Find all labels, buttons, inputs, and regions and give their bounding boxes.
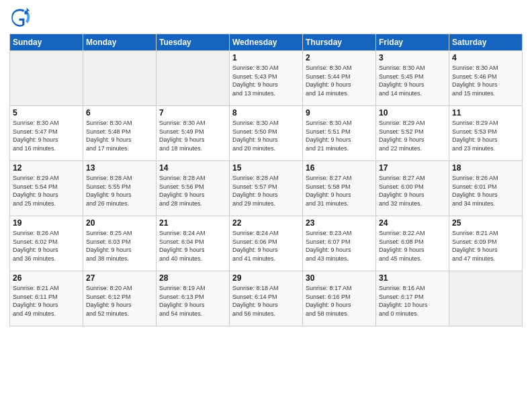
logo: [9, 7, 34, 28]
day-number: 14: [159, 163, 226, 173]
calendar-cell: 16Sunrise: 8:27 AM Sunset: 5:58 PM Dayli…: [303, 161, 376, 216]
day-header-wednesday: Wednesday: [230, 34, 303, 51]
day-number: 27: [86, 273, 153, 283]
day-info: Sunrise: 8:30 AM Sunset: 5:43 PM Dayligh…: [232, 64, 300, 97]
day-number: 17: [379, 163, 446, 173]
day-info: Sunrise: 8:29 AM Sunset: 5:53 PM Dayligh…: [452, 119, 519, 152]
day-info: Sunrise: 8:30 AM Sunset: 5:51 PM Dayligh…: [306, 119, 373, 152]
calendar-cell: 29Sunrise: 8:18 AM Sunset: 6:14 PM Dayli…: [230, 271, 303, 326]
day-info: Sunrise: 8:24 AM Sunset: 6:06 PM Dayligh…: [232, 229, 300, 263]
day-info: Sunrise: 8:22 AM Sunset: 6:08 PM Dayligh…: [379, 229, 446, 263]
day-info: Sunrise: 8:30 AM Sunset: 5:49 PM Dayligh…: [159, 119, 226, 152]
calendar-cell: [83, 51, 157, 106]
day-info: Sunrise: 8:16 AM Sunset: 6:17 PM Dayligh…: [379, 284, 446, 318]
day-number: 18: [452, 163, 519, 173]
calendar-week-row: 1Sunrise: 8:30 AM Sunset: 5:43 PM Daylig…: [10, 51, 523, 106]
calendar-cell: 6Sunrise: 8:30 AM Sunset: 5:48 PM Daylig…: [83, 106, 157, 161]
calendar-cell: 9Sunrise: 8:30 AM Sunset: 5:51 PM Daylig…: [303, 106, 376, 161]
day-number: 4: [452, 53, 519, 62]
logo-icon: [9, 7, 31, 28]
day-number: 19: [13, 218, 80, 228]
calendar-cell: 31Sunrise: 8:16 AM Sunset: 6:17 PM Dayli…: [376, 271, 449, 326]
day-number: 12: [13, 163, 80, 173]
day-number: 9: [306, 108, 373, 118]
day-number: 31: [379, 273, 446, 283]
calendar-cell: 23Sunrise: 8:23 AM Sunset: 6:07 PM Dayli…: [303, 216, 376, 271]
day-header-saturday: Saturday: [449, 34, 523, 51]
day-number: 26: [13, 273, 80, 283]
day-info: Sunrise: 8:30 AM Sunset: 5:48 PM Dayligh…: [86, 119, 153, 152]
calendar-cell: 13Sunrise: 8:28 AM Sunset: 5:55 PM Dayli…: [83, 161, 157, 216]
day-info: Sunrise: 8:30 AM Sunset: 5:47 PM Dayligh…: [13, 119, 80, 152]
calendar-table: SundayMondayTuesdayWednesdayThursdayFrid…: [9, 34, 523, 326]
page-container: SundayMondayTuesdayWednesdayThursdayFrid…: [0, 0, 532, 330]
calendar-cell: 28Sunrise: 8:19 AM Sunset: 6:13 PM Dayli…: [157, 271, 230, 326]
day-header-tuesday: Tuesday: [157, 34, 230, 51]
calendar-week-row: 12Sunrise: 8:29 AM Sunset: 5:54 PM Dayli…: [10, 161, 523, 216]
calendar-cell: [449, 271, 523, 326]
day-info: Sunrise: 8:30 AM Sunset: 5:45 PM Dayligh…: [379, 64, 446, 97]
day-info: Sunrise: 8:29 AM Sunset: 5:54 PM Dayligh…: [13, 174, 80, 208]
calendar-cell: 18Sunrise: 8:26 AM Sunset: 6:01 PM Dayli…: [449, 161, 523, 216]
day-info: Sunrise: 8:19 AM Sunset: 6:13 PM Dayligh…: [159, 284, 226, 318]
day-number: 23: [306, 218, 373, 228]
day-number: 28: [159, 273, 226, 283]
day-number: 20: [86, 218, 153, 228]
day-info: Sunrise: 8:17 AM Sunset: 6:16 PM Dayligh…: [306, 284, 373, 318]
day-info: Sunrise: 8:26 AM Sunset: 6:02 PM Dayligh…: [13, 229, 80, 263]
calendar-cell: 19Sunrise: 8:26 AM Sunset: 6:02 PM Dayli…: [10, 216, 83, 271]
day-number: 21: [159, 218, 226, 228]
day-header-thursday: Thursday: [303, 34, 376, 51]
calendar-cell: 7Sunrise: 8:30 AM Sunset: 5:49 PM Daylig…: [157, 106, 230, 161]
calendar-cell: 8Sunrise: 8:30 AM Sunset: 5:50 PM Daylig…: [230, 106, 303, 161]
calendar-cell: 10Sunrise: 8:29 AM Sunset: 5:52 PM Dayli…: [376, 106, 449, 161]
calendar-cell: 2Sunrise: 8:30 AM Sunset: 5:44 PM Daylig…: [303, 51, 376, 106]
calendar-week-row: 5Sunrise: 8:30 AM Sunset: 5:47 PM Daylig…: [10, 106, 523, 161]
day-number: 24: [379, 218, 446, 228]
day-number: 30: [306, 273, 373, 283]
calendar-cell: 4Sunrise: 8:30 AM Sunset: 5:46 PM Daylig…: [449, 51, 523, 106]
day-number: 16: [306, 163, 373, 173]
day-header-monday: Monday: [83, 34, 157, 51]
calendar-cell: 24Sunrise: 8:22 AM Sunset: 6:08 PM Dayli…: [376, 216, 449, 271]
day-number: 29: [232, 273, 300, 283]
day-info: Sunrise: 8:27 AM Sunset: 5:58 PM Dayligh…: [306, 174, 373, 208]
day-info: Sunrise: 8:20 AM Sunset: 6:12 PM Dayligh…: [86, 284, 153, 318]
calendar-cell: [157, 51, 230, 106]
day-info: Sunrise: 8:28 AM Sunset: 5:56 PM Dayligh…: [159, 174, 226, 208]
day-number: 3: [379, 53, 446, 62]
calendar-week-row: 19Sunrise: 8:26 AM Sunset: 6:02 PM Dayli…: [10, 216, 523, 271]
day-number: 13: [86, 163, 153, 173]
day-info: Sunrise: 8:28 AM Sunset: 5:55 PM Dayligh…: [86, 174, 153, 208]
day-info: Sunrise: 8:23 AM Sunset: 6:07 PM Dayligh…: [306, 229, 373, 263]
day-header-friday: Friday: [376, 34, 449, 51]
day-number: 15: [232, 163, 300, 173]
header: [9, 7, 523, 28]
calendar-cell: 11Sunrise: 8:29 AM Sunset: 5:53 PM Dayli…: [449, 106, 523, 161]
day-info: Sunrise: 8:24 AM Sunset: 6:04 PM Dayligh…: [159, 229, 226, 263]
calendar-cell: 30Sunrise: 8:17 AM Sunset: 6:16 PM Dayli…: [303, 271, 376, 326]
calendar-cell: 17Sunrise: 8:27 AM Sunset: 6:00 PM Dayli…: [376, 161, 449, 216]
calendar-cell: 25Sunrise: 8:21 AM Sunset: 6:09 PM Dayli…: [449, 216, 523, 271]
day-info: Sunrise: 8:27 AM Sunset: 6:00 PM Dayligh…: [379, 174, 446, 208]
day-number: 1: [232, 53, 300, 62]
calendar-cell: 15Sunrise: 8:28 AM Sunset: 5:57 PM Dayli…: [230, 161, 303, 216]
day-number: 5: [13, 108, 80, 118]
day-number: 11: [452, 108, 519, 118]
day-number: 25: [452, 218, 519, 228]
day-number: 6: [86, 108, 153, 118]
calendar-cell: 21Sunrise: 8:24 AM Sunset: 6:04 PM Dayli…: [157, 216, 230, 271]
calendar-cell: 27Sunrise: 8:20 AM Sunset: 6:12 PM Dayli…: [83, 271, 157, 326]
day-number: 10: [379, 108, 446, 118]
day-info: Sunrise: 8:30 AM Sunset: 5:46 PM Dayligh…: [452, 64, 519, 97]
day-header-sunday: Sunday: [10, 34, 83, 51]
day-info: Sunrise: 8:18 AM Sunset: 6:14 PM Dayligh…: [232, 284, 300, 318]
calendar-cell: [10, 51, 83, 106]
calendar-cell: 22Sunrise: 8:24 AM Sunset: 6:06 PM Dayli…: [230, 216, 303, 271]
calendar-cell: 20Sunrise: 8:25 AM Sunset: 6:03 PM Dayli…: [83, 216, 157, 271]
day-info: Sunrise: 8:30 AM Sunset: 5:50 PM Dayligh…: [232, 119, 300, 152]
calendar-cell: 14Sunrise: 8:28 AM Sunset: 5:56 PM Dayli…: [157, 161, 230, 216]
calendar-header-row: SundayMondayTuesdayWednesdayThursdayFrid…: [10, 34, 523, 51]
calendar-cell: 3Sunrise: 8:30 AM Sunset: 5:45 PM Daylig…: [376, 51, 449, 106]
day-info: Sunrise: 8:26 AM Sunset: 6:01 PM Dayligh…: [452, 174, 519, 208]
